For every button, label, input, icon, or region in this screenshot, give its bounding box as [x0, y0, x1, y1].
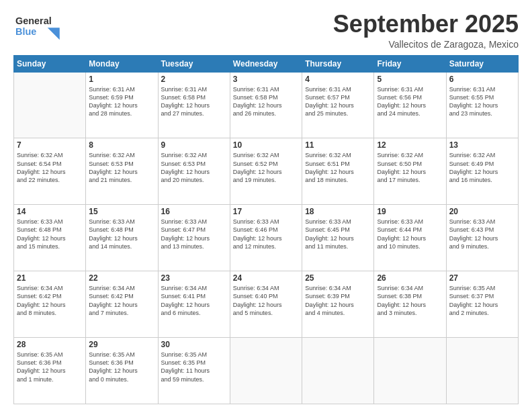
day-info: Sunrise: 6:33 AM Sunset: 6:47 PM Dayligh…: [161, 218, 227, 250]
day-number: 28: [17, 340, 83, 349]
day-info: Sunrise: 6:32 AM Sunset: 6:49 PM Dayligh…: [449, 151, 515, 184]
col-header-tuesday: Tuesday: [158, 55, 230, 72]
calendar-cell: 17Sunrise: 6:33 AM Sunset: 6:46 PM Dayli…: [230, 205, 302, 271]
page-header: General Blue September 2025 Vallecitos d…: [13, 11, 519, 50]
day-info: Sunrise: 6:31 AM Sunset: 6:56 PM Dayligh…: [377, 85, 443, 118]
calendar-week-2: 7Sunrise: 6:32 AM Sunset: 6:54 PM Daylig…: [14, 138, 519, 205]
day-number: 21: [17, 273, 83, 283]
day-info: Sunrise: 6:34 AM Sunset: 6:38 PM Dayligh…: [377, 284, 443, 317]
day-info: Sunrise: 6:33 AM Sunset: 6:45 PM Dayligh…: [305, 218, 371, 250]
calendar-cell: 9Sunrise: 6:32 AM Sunset: 6:53 PM Daylig…: [158, 138, 230, 205]
col-header-monday: Monday: [86, 55, 158, 72]
calendar-header-row: SundayMondayTuesdayWednesdayThursdayFrid…: [14, 55, 519, 72]
calendar-cell: 4Sunrise: 6:31 AM Sunset: 6:57 PM Daylig…: [302, 72, 374, 138]
calendar-cell: 15Sunrise: 6:33 AM Sunset: 6:48 PM Dayli…: [86, 205, 158, 271]
calendar-cell: 25Sunrise: 6:34 AM Sunset: 6:39 PM Dayli…: [302, 271, 374, 338]
title-block: September 2025 Vallecitos de Zaragoza, M…: [333, 11, 519, 50]
calendar-cell: [374, 338, 446, 404]
day-info: Sunrise: 6:33 AM Sunset: 6:46 PM Dayligh…: [233, 218, 299, 250]
calendar-week-5: 28Sunrise: 6:35 AM Sunset: 6:36 PM Dayli…: [14, 338, 519, 404]
calendar-cell: 28Sunrise: 6:35 AM Sunset: 6:36 PM Dayli…: [14, 338, 86, 404]
month-title: September 2025: [333, 11, 519, 38]
day-info: Sunrise: 6:31 AM Sunset: 6:59 PM Dayligh…: [89, 85, 154, 118]
calendar-week-4: 21Sunrise: 6:34 AM Sunset: 6:42 PM Dayli…: [14, 271, 519, 338]
svg-text:General: General: [15, 15, 52, 26]
day-info: Sunrise: 6:31 AM Sunset: 6:57 PM Dayligh…: [305, 85, 371, 118]
day-number: 27: [449, 273, 515, 283]
day-info: Sunrise: 6:35 AM Sunset: 6:37 PM Dayligh…: [449, 284, 515, 317]
calendar-cell: 24Sunrise: 6:34 AM Sunset: 6:40 PM Dayli…: [230, 271, 302, 338]
day-info: Sunrise: 6:33 AM Sunset: 6:44 PM Dayligh…: [377, 218, 443, 250]
col-header-thursday: Thursday: [302, 55, 374, 72]
day-info: Sunrise: 6:33 AM Sunset: 6:43 PM Dayligh…: [449, 218, 515, 250]
day-number: 15: [89, 207, 154, 216]
calendar-cell: 6Sunrise: 6:31 AM Sunset: 6:55 PM Daylig…: [446, 72, 518, 138]
calendar-cell: [446, 338, 518, 404]
day-info: Sunrise: 6:35 AM Sunset: 6:36 PM Dayligh…: [17, 351, 83, 383]
calendar-cell: 18Sunrise: 6:33 AM Sunset: 6:45 PM Dayli…: [302, 205, 374, 271]
calendar-cell: 3Sunrise: 6:31 AM Sunset: 6:58 PM Daylig…: [230, 72, 302, 138]
svg-marker-2: [48, 28, 60, 40]
day-info: Sunrise: 6:32 AM Sunset: 6:53 PM Dayligh…: [89, 151, 154, 184]
calendar-cell: 12Sunrise: 6:32 AM Sunset: 6:50 PM Dayli…: [374, 138, 446, 205]
calendar-cell: [302, 338, 374, 404]
day-number: 23: [161, 273, 227, 283]
col-header-sunday: Sunday: [14, 55, 86, 72]
day-info: Sunrise: 6:34 AM Sunset: 6:39 PM Dayligh…: [305, 284, 371, 317]
day-number: 11: [305, 140, 371, 150]
day-info: Sunrise: 6:35 AM Sunset: 6:35 PM Dayligh…: [161, 351, 227, 383]
day-number: 4: [305, 75, 371, 84]
calendar-cell: 21Sunrise: 6:34 AM Sunset: 6:42 PM Dayli…: [14, 271, 86, 338]
day-info: Sunrise: 6:35 AM Sunset: 6:36 PM Dayligh…: [89, 351, 154, 383]
day-number: 12: [377, 140, 443, 150]
calendar-cell: 16Sunrise: 6:33 AM Sunset: 6:47 PM Dayli…: [158, 205, 230, 271]
calendar-cell: 13Sunrise: 6:32 AM Sunset: 6:49 PM Dayli…: [446, 138, 518, 205]
col-header-saturday: Saturday: [446, 55, 518, 72]
day-number: 7: [17, 140, 83, 150]
day-info: Sunrise: 6:34 AM Sunset: 6:42 PM Dayligh…: [17, 284, 83, 317]
day-number: 20: [449, 207, 515, 216]
calendar-cell: 14Sunrise: 6:33 AM Sunset: 6:48 PM Dayli…: [14, 205, 86, 271]
calendar-cell: 10Sunrise: 6:32 AM Sunset: 6:52 PM Dayli…: [230, 138, 302, 205]
day-number: 22: [89, 273, 154, 283]
calendar-cell: [230, 338, 302, 404]
day-number: 25: [305, 273, 371, 283]
day-number: 30: [161, 340, 227, 349]
day-number: 19: [377, 207, 443, 216]
day-number: 16: [161, 207, 227, 216]
day-number: 9: [161, 140, 227, 150]
day-number: 17: [233, 207, 299, 216]
calendar-cell: 11Sunrise: 6:32 AM Sunset: 6:51 PM Dayli…: [302, 138, 374, 205]
calendar-cell: 30Sunrise: 6:35 AM Sunset: 6:35 PM Dayli…: [158, 338, 230, 404]
day-info: Sunrise: 6:31 AM Sunset: 6:58 PM Dayligh…: [161, 85, 227, 118]
calendar-cell: 1Sunrise: 6:31 AM Sunset: 6:59 PM Daylig…: [86, 72, 158, 138]
calendar-week-3: 14Sunrise: 6:33 AM Sunset: 6:48 PM Dayli…: [14, 205, 519, 271]
logo: General Blue: [13, 11, 60, 41]
day-info: Sunrise: 6:32 AM Sunset: 6:51 PM Dayligh…: [305, 151, 371, 184]
day-number: 24: [233, 273, 299, 283]
day-number: 18: [305, 207, 371, 216]
day-number: 10: [233, 140, 299, 150]
day-info: Sunrise: 6:34 AM Sunset: 6:41 PM Dayligh…: [161, 284, 227, 317]
day-info: Sunrise: 6:33 AM Sunset: 6:48 PM Dayligh…: [17, 218, 83, 250]
calendar-table: SundayMondayTuesdayWednesdayThursdayFrid…: [13, 55, 519, 404]
day-info: Sunrise: 6:34 AM Sunset: 6:42 PM Dayligh…: [89, 284, 154, 317]
day-info: Sunrise: 6:32 AM Sunset: 6:53 PM Dayligh…: [161, 151, 227, 184]
calendar-cell: 29Sunrise: 6:35 AM Sunset: 6:36 PM Dayli…: [86, 338, 158, 404]
svg-text:Blue: Blue: [15, 26, 36, 37]
day-info: Sunrise: 6:33 AM Sunset: 6:48 PM Dayligh…: [89, 218, 154, 250]
calendar-cell: [14, 72, 86, 138]
logo-svg: General Blue: [13, 11, 60, 41]
calendar-cell: 23Sunrise: 6:34 AM Sunset: 6:41 PM Dayli…: [158, 271, 230, 338]
day-number: 29: [89, 340, 154, 349]
day-number: 1: [89, 75, 154, 84]
calendar-cell: 2Sunrise: 6:31 AM Sunset: 6:58 PM Daylig…: [158, 72, 230, 138]
day-number: 3: [233, 75, 299, 84]
location-subtitle: Vallecitos de Zaragoza, Mexico: [333, 39, 519, 50]
calendar-cell: 8Sunrise: 6:32 AM Sunset: 6:53 PM Daylig…: [86, 138, 158, 205]
calendar-cell: 26Sunrise: 6:34 AM Sunset: 6:38 PM Dayli…: [374, 271, 446, 338]
day-number: 26: [377, 273, 443, 283]
day-number: 2: [161, 75, 227, 84]
day-number: 8: [89, 140, 154, 150]
day-info: Sunrise: 6:32 AM Sunset: 6:50 PM Dayligh…: [377, 151, 443, 184]
